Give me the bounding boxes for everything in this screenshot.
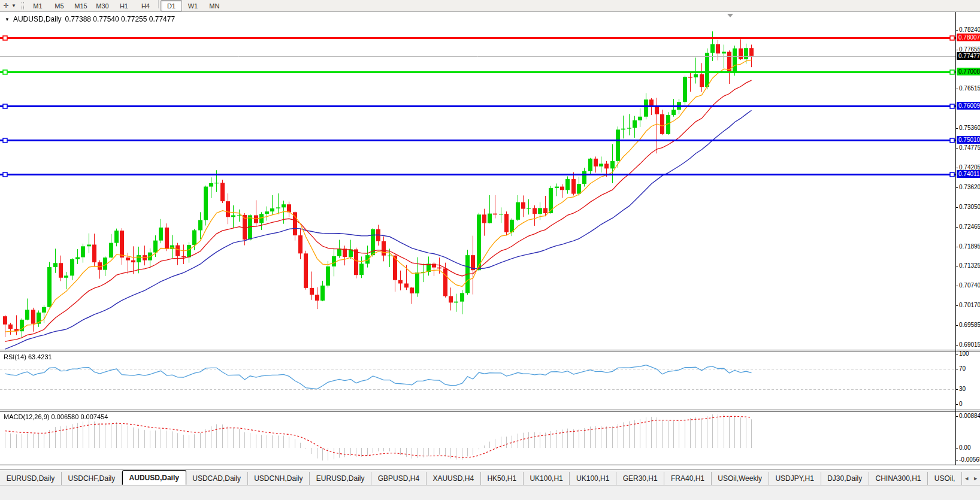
axis-tick-label: 0.74775: [959, 144, 980, 151]
axis-tick-mark: [955, 354, 958, 354]
axis-tick-mark: [955, 207, 958, 208]
axis-tick-mark: [955, 460, 958, 460]
timeframe-toolbar: ✛ ▼ M1M5M15M30H1H4D1W1MN: [0, 0, 980, 12]
axis-tick-label: -0.00565: [959, 456, 980, 463]
axis-tick-mark: [955, 89, 958, 89]
chart-tab-china300-h1[interactable]: CHINA300,H1: [869, 472, 928, 485]
chevron-down-icon[interactable]: ▼: [11, 3, 19, 8]
axis-tick-mark: [955, 227, 958, 228]
axis-tick-mark: [955, 305, 958, 306]
axis-tick-mark: [955, 286, 958, 286]
chart-tab-eurusd-daily[interactable]: EURUSD,Daily: [310, 472, 371, 485]
tab-scroll-left-icon[interactable]: ◄: [962, 472, 971, 485]
axis-tick-mark: [955, 148, 958, 149]
axis-tick-label: 0.00884: [959, 413, 980, 419]
axis-tick-label: 0.75360: [959, 125, 980, 131]
chart-tab-bar: EURUSD,DailyUSDCHF,DailyAUDUSD,DailyUSDC…: [0, 469, 980, 485]
axis-tick-mark: [955, 168, 958, 168]
chart-tab-usdjpy-h1[interactable]: USDJPY,H1: [769, 472, 821, 485]
axis-tick-label: 0: [959, 401, 963, 407]
chart-tab-uk100-h1[interactable]: UK100,H1: [570, 472, 616, 485]
timeframe-button-mn[interactable]: MN: [204, 0, 225, 11]
chart-tab-usoil-[interactable]: USOil,: [928, 472, 962, 485]
axis-tick-label: 70: [959, 365, 966, 372]
timeframe-button-w1[interactable]: W1: [182, 0, 204, 11]
rsi-indicator-pane[interactable]: [0, 352, 955, 410]
rsi-label: RSI(14) 63.4231: [4, 353, 52, 360]
timeframe-button-m30[interactable]: M30: [92, 0, 113, 11]
timeframe-button-m15[interactable]: M15: [70, 0, 92, 11]
toolbar-separator: [158, 0, 159, 8]
chart-symbol-label: AUDUSD,Daily: [13, 15, 62, 23]
macd-indicator-pane[interactable]: [0, 412, 955, 465]
chart-tab-audusd-daily[interactable]: AUDUSD,Daily: [122, 470, 186, 485]
axis-tick-label: 0.72465: [959, 223, 980, 230]
mt4-window: ✛ ▼ M1M5M15M30H1H4D1W1MN ▼ AUDUSD,Daily …: [0, 0, 980, 500]
price-line-label: 0.74011: [957, 170, 980, 178]
axis-tick-mark: [955, 266, 958, 266]
axis-tick-mark: [955, 325, 958, 326]
price-line-label: 0.78007: [957, 34, 980, 41]
axis-tick-label: 0.69015: [959, 341, 980, 348]
chart-tab-hk50-h1[interactable]: HK50,H1: [481, 472, 524, 485]
chart-tab-usoil-weekly[interactable]: USOil,Weekly: [712, 472, 769, 485]
chart-tab-xauusd-h4[interactable]: XAUUSD,H4: [427, 472, 481, 485]
axis-tick-mark: [955, 247, 958, 247]
chart-tab-usdchf-daily[interactable]: USDCHF,Daily: [62, 472, 122, 485]
axis-tick-label: 0.73050: [959, 204, 980, 210]
axis-tick-mark: [955, 369, 958, 369]
axis-tick-label: 0.71325: [959, 262, 980, 269]
timeframe-button-d1[interactable]: D1: [161, 0, 182, 11]
chart-tab-usdcnh-daily[interactable]: USDCNH,Daily: [248, 472, 310, 485]
axis-tick-mark: [955, 389, 958, 390]
timeframe-button-m1[interactable]: M1: [27, 0, 49, 11]
axis-tick-mark: [955, 416, 958, 417]
macd-label: MACD(12,26,9) 0.006580 0.007454: [4, 413, 108, 420]
axis-tick-mark: [955, 448, 958, 449]
axis-tick-label: 0.76515: [959, 85, 980, 92]
expand-triangle-icon[interactable]: ▼: [5, 17, 10, 22]
timeframe-button-h1[interactable]: H1: [113, 0, 135, 11]
chart-title: ▼ AUDUSD,Daily 0.77388 0.77540 0.77255 0…: [5, 15, 175, 23]
axis-tick-label: 0.78240: [959, 26, 980, 33]
axis-tick-mark: [955, 50, 958, 50]
status-strip: [0, 485, 980, 500]
chart-shift-marker-icon[interactable]: [727, 14, 733, 17]
axis-tick-mark: [955, 30, 958, 31]
axis-tick-label: 0.73620: [959, 184, 980, 190]
axis-tick-label: 0.70170: [959, 302, 980, 308]
price-axis-border: [955, 12, 956, 465]
timeframe-button-h4[interactable]: H4: [135, 0, 156, 11]
chart-tab-uk100-h1[interactable]: UK100,H1: [524, 472, 570, 485]
axis-tick-label: 0.00: [959, 444, 970, 451]
chart-tab-ger30-h1[interactable]: GER30,H1: [616, 472, 664, 485]
chart-tab-usdcad-daily[interactable]: USDCAD,Daily: [186, 472, 248, 485]
price-line-label: 0.77008: [957, 68, 980, 75]
timeframe-buttons: M1M5M15M30H1H4D1W1MN: [27, 0, 225, 11]
axis-tick-label: 0.71895: [959, 243, 980, 250]
price-line-label: 0.76009: [957, 102, 980, 110]
chart-tab-gbpusd-h4[interactable]: GBPUSD,H4: [371, 472, 427, 485]
axis-tick-label: 30: [959, 386, 966, 392]
tab-scroll-right-icon[interactable]: ►: [971, 472, 980, 485]
chart-tab-fra40-h1[interactable]: FRA40,H1: [664, 472, 711, 485]
chart-tab-eurusd-daily[interactable]: EURUSD,Daily: [0, 472, 62, 485]
price-line-label: 0.77477: [957, 52, 980, 60]
crosshair-cursor-icon[interactable]: ✛: [1, 1, 11, 11]
axis-tick-mark: [955, 345, 958, 346]
axis-tick-label: 0.69585: [959, 322, 980, 328]
chart-ohlc-values: 0.77388 0.77540 0.77255 0.77477: [65, 15, 176, 23]
timeframe-button-m5[interactable]: M5: [49, 0, 70, 11]
chart-tab-dj30-daily[interactable]: DJ30,Daily: [821, 472, 869, 485]
chart-window: ▼ AUDUSD,Daily 0.77388 0.77540 0.77255 0…: [0, 12, 980, 497]
price-line-label: 0.75010: [957, 136, 980, 144]
axis-tick-mark: [955, 128, 958, 129]
axis-tick-label: 100: [959, 350, 969, 357]
axis-tick-label: 0.70740: [959, 282, 980, 289]
main-price-chart[interactable]: [0, 12, 955, 350]
axis-tick-mark: [955, 187, 958, 188]
axis-tick-mark: [955, 404, 958, 405]
toolbar-grip[interactable]: [22, 2, 24, 10]
